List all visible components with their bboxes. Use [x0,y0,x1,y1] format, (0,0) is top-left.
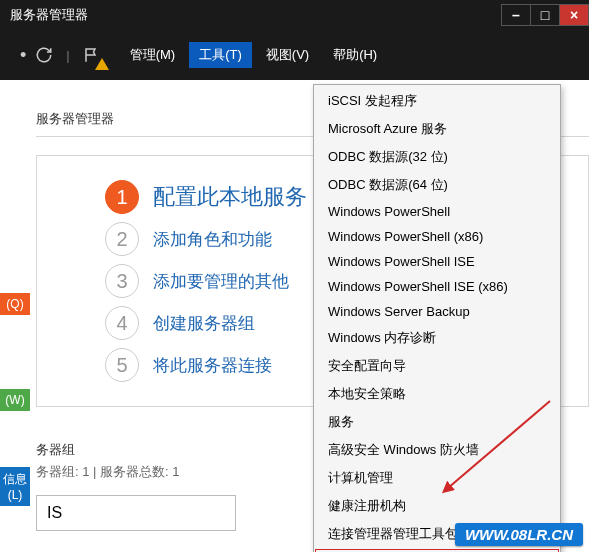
tools-dropdown: iSCSI 发起程序Microsoft Azure 服务ODBC 数据源(32 … [313,84,561,552]
sidebar-chip-w[interactable]: (W) [0,389,30,411]
tools-menu-item[interactable]: Windows PowerShell [314,199,560,224]
tools-menu-item[interactable]: Windows 内存诊断 [314,324,560,352]
tools-menu-item[interactable]: Microsoft Azure 服务 [314,115,560,143]
tools-menu-item[interactable]: 服务 [314,408,560,436]
menu-tools[interactable]: 工具(T) [189,42,252,68]
tools-menu-item[interactable]: Windows PowerShell (x86) [314,224,560,249]
step-number: 4 [105,306,139,340]
step-number: 5 [105,348,139,382]
iis-tile[interactable]: IS [36,495,236,531]
menu-view[interactable]: 视图(V) [256,42,319,68]
maximize-button[interactable]: □ [530,4,560,26]
warning-badge-icon [95,58,109,70]
refresh-icon[interactable] [30,41,58,69]
window-title: 服务器管理器 [10,6,502,24]
tools-menu-item[interactable]: 计算机管理 [314,464,560,492]
watermark: WWW.08LR.CN [455,523,583,546]
tools-menu-item[interactable]: 安全配置向导 [314,352,560,380]
tools-menu-item[interactable]: 高级安全 Windows 防火墙 [314,436,560,464]
step-number: 3 [105,264,139,298]
step-label: 添加角色和功能 [153,228,272,251]
tools-menu-item[interactable]: 本地安全策略 [314,380,560,408]
menu-help[interactable]: 帮助(H) [323,42,387,68]
tools-menu-item[interactable]: iSCSI 发起程序 [314,87,560,115]
tools-menu-item[interactable]: ODBC 数据源(32 位) [314,143,560,171]
step-number: 1 [105,180,139,214]
step-label: 添加要管理的其他 [153,270,289,293]
window-titlebar: 服务器管理器 – □ × [0,0,589,30]
tools-menu-item[interactable]: 路由和远程访问 [314,548,560,552]
notifications-icon[interactable] [78,41,106,69]
step-label: 配置此本地服务 [153,182,307,212]
sidebar-chip-q[interactable]: (Q) [0,293,30,315]
separator: | [66,48,69,63]
tools-menu-item[interactable]: ODBC 数据源(64 位) [314,171,560,199]
menu-manage[interactable]: 管理(M) [120,42,186,68]
step-label: 创建服务器组 [153,312,255,335]
menubar: • | 管理(M) 工具(T) 视图(V) 帮助(H) [0,30,589,80]
tools-menu-item[interactable]: 健康注册机构 [314,492,560,520]
tools-menu-item[interactable]: Windows PowerShell ISE [314,249,560,274]
step-number: 2 [105,222,139,256]
window-buttons: – □ × [502,4,589,26]
step-label: 将此服务器连接 [153,354,272,377]
sidebar-chip-info[interactable]: 信息(L) [0,467,30,506]
tools-menu-item[interactable]: Windows Server Backup [314,299,560,324]
tools-menu-item[interactable]: Windows PowerShell ISE (x86) [314,274,560,299]
close-button[interactable]: × [559,4,589,26]
minimize-button[interactable]: – [501,4,531,26]
sidebar: (Q) (W) 信息(L) [0,80,36,552]
breadcrumb-bullet: • [20,45,26,66]
